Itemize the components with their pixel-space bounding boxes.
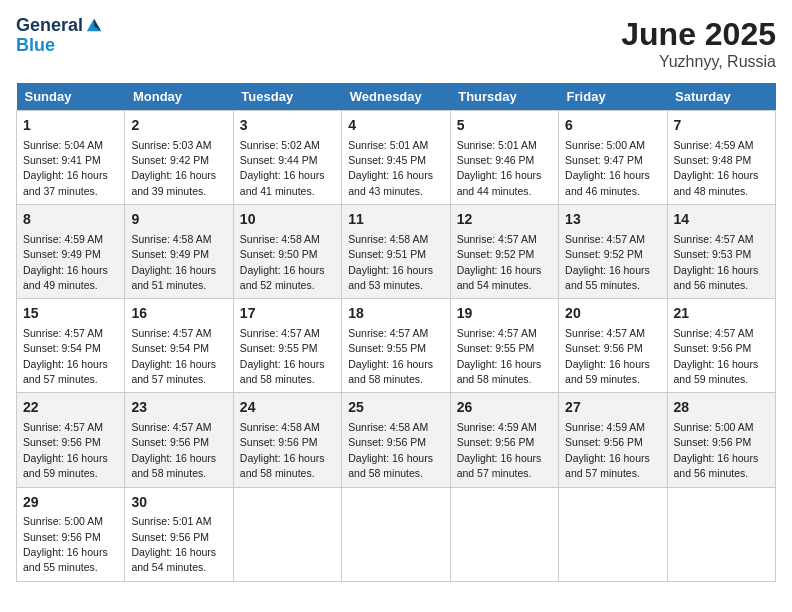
calendar-cell: 13 Sunrise: 4:57 AMSunset: 9:52 PMDaylig… [559,205,667,299]
day-info: Sunrise: 4:57 AMSunset: 9:52 PMDaylight:… [565,233,650,291]
day-info: Sunrise: 4:57 AMSunset: 9:56 PMDaylight:… [674,327,759,385]
page-header: General Blue June 2025 Yuzhnyy, Russia [16,16,776,71]
calendar-cell: 28 Sunrise: 5:00 AMSunset: 9:56 PMDaylig… [667,393,775,487]
day-info: Sunrise: 4:57 AMSunset: 9:54 PMDaylight:… [131,327,216,385]
day-number: 28 [674,398,769,418]
day-number: 25 [348,398,443,418]
calendar-week-3: 15 Sunrise: 4:57 AMSunset: 9:54 PMDaylig… [17,299,776,393]
weekday-header-row: SundayMondayTuesdayWednesdayThursdayFrid… [17,83,776,111]
day-number: 6 [565,116,660,136]
calendar-cell: 20 Sunrise: 4:57 AMSunset: 9:56 PMDaylig… [559,299,667,393]
calendar-cell: 3 Sunrise: 5:02 AMSunset: 9:44 PMDayligh… [233,111,341,205]
calendar-cell: 5 Sunrise: 5:01 AMSunset: 9:46 PMDayligh… [450,111,558,205]
logo-blue: Blue [16,36,103,56]
day-number: 22 [23,398,118,418]
weekday-header-friday: Friday [559,83,667,111]
day-info: Sunrise: 5:03 AMSunset: 9:42 PMDaylight:… [131,139,216,197]
day-info: Sunrise: 4:59 AMSunset: 9:48 PMDaylight:… [674,139,759,197]
calendar-cell: 16 Sunrise: 4:57 AMSunset: 9:54 PMDaylig… [125,299,233,393]
day-number: 2 [131,116,226,136]
day-number: 11 [348,210,443,230]
weekday-header-monday: Monday [125,83,233,111]
calendar-cell [667,487,775,581]
calendar-cell: 29 Sunrise: 5:00 AMSunset: 9:56 PMDaylig… [17,487,125,581]
month-title: June 2025 [621,16,776,53]
calendar-week-4: 22 Sunrise: 4:57 AMSunset: 9:56 PMDaylig… [17,393,776,487]
day-number: 21 [674,304,769,324]
calendar-cell: 6 Sunrise: 5:00 AMSunset: 9:47 PMDayligh… [559,111,667,205]
calendar-cell: 2 Sunrise: 5:03 AMSunset: 9:42 PMDayligh… [125,111,233,205]
calendar-cell: 12 Sunrise: 4:57 AMSunset: 9:52 PMDaylig… [450,205,558,299]
day-info: Sunrise: 4:57 AMSunset: 9:56 PMDaylight:… [131,421,216,479]
day-number: 8 [23,210,118,230]
calendar-cell [233,487,341,581]
day-info: Sunrise: 4:57 AMSunset: 9:55 PMDaylight:… [457,327,542,385]
weekday-header-saturday: Saturday [667,83,775,111]
day-info: Sunrise: 4:57 AMSunset: 9:56 PMDaylight:… [23,421,108,479]
day-info: Sunrise: 4:57 AMSunset: 9:52 PMDaylight:… [457,233,542,291]
calendar-cell [342,487,450,581]
calendar-cell: 19 Sunrise: 4:57 AMSunset: 9:55 PMDaylig… [450,299,558,393]
day-number: 18 [348,304,443,324]
day-info: Sunrise: 5:02 AMSunset: 9:44 PMDaylight:… [240,139,325,197]
calendar-cell: 4 Sunrise: 5:01 AMSunset: 9:45 PMDayligh… [342,111,450,205]
calendar-cell: 24 Sunrise: 4:58 AMSunset: 9:56 PMDaylig… [233,393,341,487]
day-info: Sunrise: 5:00 AMSunset: 9:56 PMDaylight:… [23,515,108,573]
day-number: 26 [457,398,552,418]
day-info: Sunrise: 4:58 AMSunset: 9:56 PMDaylight:… [348,421,433,479]
day-info: Sunrise: 4:57 AMSunset: 9:56 PMDaylight:… [565,327,650,385]
day-number: 24 [240,398,335,418]
calendar-cell: 1 Sunrise: 5:04 AMSunset: 9:41 PMDayligh… [17,111,125,205]
calendar-cell: 15 Sunrise: 4:57 AMSunset: 9:54 PMDaylig… [17,299,125,393]
calendar-week-2: 8 Sunrise: 4:59 AMSunset: 9:49 PMDayligh… [17,205,776,299]
day-info: Sunrise: 5:04 AMSunset: 9:41 PMDaylight:… [23,139,108,197]
day-info: Sunrise: 5:01 AMSunset: 9:45 PMDaylight:… [348,139,433,197]
calendar-cell: 22 Sunrise: 4:57 AMSunset: 9:56 PMDaylig… [17,393,125,487]
calendar-week-1: 1 Sunrise: 5:04 AMSunset: 9:41 PMDayligh… [17,111,776,205]
day-info: Sunrise: 5:00 AMSunset: 9:47 PMDaylight:… [565,139,650,197]
day-info: Sunrise: 4:57 AMSunset: 9:55 PMDaylight:… [240,327,325,385]
day-number: 9 [131,210,226,230]
day-info: Sunrise: 5:01 AMSunset: 9:56 PMDaylight:… [131,515,216,573]
calendar-cell: 21 Sunrise: 4:57 AMSunset: 9:56 PMDaylig… [667,299,775,393]
day-number: 17 [240,304,335,324]
calendar-cell: 17 Sunrise: 4:57 AMSunset: 9:55 PMDaylig… [233,299,341,393]
day-info: Sunrise: 4:57 AMSunset: 9:53 PMDaylight:… [674,233,759,291]
day-info: Sunrise: 4:58 AMSunset: 9:49 PMDaylight:… [131,233,216,291]
weekday-header-sunday: Sunday [17,83,125,111]
day-number: 19 [457,304,552,324]
calendar-cell: 26 Sunrise: 4:59 AMSunset: 9:56 PMDaylig… [450,393,558,487]
location: Yuzhnyy, Russia [621,53,776,71]
calendar-cell: 23 Sunrise: 4:57 AMSunset: 9:56 PMDaylig… [125,393,233,487]
day-number: 30 [131,493,226,513]
calendar-cell: 30 Sunrise: 5:01 AMSunset: 9:56 PMDaylig… [125,487,233,581]
calendar-cell [450,487,558,581]
weekday-header-wednesday: Wednesday [342,83,450,111]
day-number: 1 [23,116,118,136]
calendar-cell: 11 Sunrise: 4:58 AMSunset: 9:51 PMDaylig… [342,205,450,299]
logo-text: General [16,16,103,36]
day-number: 3 [240,116,335,136]
day-number: 15 [23,304,118,324]
calendar-table: SundayMondayTuesdayWednesdayThursdayFrid… [16,83,776,582]
day-number: 20 [565,304,660,324]
calendar-cell: 18 Sunrise: 4:57 AMSunset: 9:55 PMDaylig… [342,299,450,393]
calendar-cell [559,487,667,581]
title-block: June 2025 Yuzhnyy, Russia [621,16,776,71]
day-number: 12 [457,210,552,230]
calendar-cell: 25 Sunrise: 4:58 AMSunset: 9:56 PMDaylig… [342,393,450,487]
logo: General Blue [16,16,103,56]
calendar-cell: 8 Sunrise: 4:59 AMSunset: 9:49 PMDayligh… [17,205,125,299]
day-info: Sunrise: 4:59 AMSunset: 9:49 PMDaylight:… [23,233,108,291]
calendar-cell: 7 Sunrise: 4:59 AMSunset: 9:48 PMDayligh… [667,111,775,205]
calendar-week-5: 29 Sunrise: 5:00 AMSunset: 9:56 PMDaylig… [17,487,776,581]
day-info: Sunrise: 4:57 AMSunset: 9:55 PMDaylight:… [348,327,433,385]
day-number: 29 [23,493,118,513]
day-info: Sunrise: 5:01 AMSunset: 9:46 PMDaylight:… [457,139,542,197]
day-number: 13 [565,210,660,230]
day-number: 16 [131,304,226,324]
day-number: 10 [240,210,335,230]
day-number: 14 [674,210,769,230]
day-number: 27 [565,398,660,418]
calendar-cell: 10 Sunrise: 4:58 AMSunset: 9:50 PMDaylig… [233,205,341,299]
